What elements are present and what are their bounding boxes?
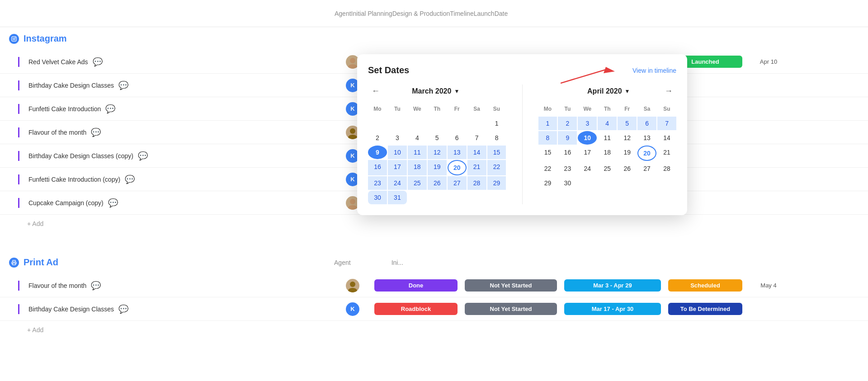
- cal-day[interactable]: 27: [637, 162, 656, 175]
- chat-icon[interactable]: 💬: [91, 127, 101, 137]
- chat-icon[interactable]: 💬: [108, 198, 118, 208]
- march-grid: Mo Tu We Th Fr Sa Su 1 2: [368, 104, 506, 204]
- cal-day[interactable]: 19: [428, 160, 447, 175]
- status-pill: Scheduled: [668, 279, 742, 292]
- cal-day[interactable]: 14: [467, 146, 486, 159]
- item-name: Birthday Cake Design Classes: [28, 82, 114, 89]
- march-month-name: March 2020 ▼: [412, 87, 459, 95]
- item-name: Birthday Cake Design Classes: [28, 306, 114, 313]
- cal-day[interactable]: 11: [408, 146, 427, 159]
- date-col-header: Date: [495, 10, 508, 17]
- cal-day[interactable]: 26: [618, 162, 637, 175]
- initial-planning-col-header: Initial Planning: [351, 10, 392, 17]
- cal-day-today[interactable]: 20: [448, 160, 467, 175]
- cal-day[interactable]: 12: [428, 146, 447, 159]
- cal-day[interactable]: 24: [578, 162, 597, 175]
- svg-point-4: [348, 64, 357, 69]
- cal-day[interactable]: 24: [388, 176, 407, 190]
- cal-day[interactable]: 28: [467, 176, 486, 190]
- cal-day[interactable]: 9: [558, 131, 577, 145]
- march-header: ← March 2020 ▼: [368, 85, 506, 98]
- cal-day[interactable]: 6: [448, 131, 467, 145]
- cal-day[interactable]: 13: [637, 131, 656, 145]
- cal-day[interactable]: 8: [538, 131, 557, 145]
- cal-day[interactable]: 3: [578, 117, 597, 130]
- cal-day[interactable]: 17: [388, 160, 407, 175]
- cal-day[interactable]: 29: [487, 176, 506, 190]
- cal-day[interactable]: 15: [538, 146, 557, 161]
- chat-icon[interactable]: 💬: [91, 281, 101, 291]
- print-ad-icon: [9, 258, 19, 268]
- cal-day[interactable]: 18: [598, 146, 617, 161]
- cal-day[interactable]: 11: [598, 131, 617, 145]
- cal-day[interactable]: 1: [538, 117, 557, 130]
- svg-point-5: [350, 128, 355, 134]
- next-month-button[interactable]: →: [661, 85, 676, 98]
- cal-day-today[interactable]: 20: [637, 146, 656, 161]
- cal-day[interactable]: 7: [467, 131, 486, 145]
- cal-day[interactable]: 5: [618, 117, 637, 130]
- chat-icon[interactable]: 💬: [125, 174, 135, 184]
- svg-point-7: [350, 199, 355, 204]
- cal-day[interactable]: 29: [538, 176, 557, 190]
- cal-day[interactable]: 6: [637, 117, 656, 130]
- cal-day[interactable]: 8: [487, 131, 506, 145]
- cal-day[interactable]: 10: [388, 146, 407, 159]
- cal-day[interactable]: 2: [558, 117, 577, 130]
- cal-day[interactable]: 18: [408, 160, 427, 175]
- cal-day[interactable]: 26: [428, 176, 447, 190]
- cal-day[interactable]: 4: [408, 131, 427, 145]
- april-header: April 2020 ▼ →: [538, 85, 677, 98]
- row-name: Funfetti Cake Introduction 💬: [18, 104, 335, 114]
- cal-day[interactable]: 16: [558, 146, 577, 161]
- view-in-timeline-link[interactable]: View in timeline: [632, 67, 676, 74]
- cal-day[interactable]: 13: [448, 146, 467, 159]
- cal-day[interactable]: 31: [388, 191, 407, 204]
- cal-day[interactable]: 4: [598, 117, 617, 130]
- cal-day[interactable]: 28: [657, 162, 676, 175]
- svg-point-3: [350, 58, 355, 63]
- cal-day[interactable]: 17: [578, 146, 597, 161]
- cal-day-selected[interactable]: 9: [368, 146, 387, 159]
- cal-day[interactable]: 1: [487, 117, 506, 130]
- cal-day[interactable]: 2: [368, 131, 387, 145]
- cal-day[interactable]: 21: [657, 146, 676, 161]
- cal-day[interactable]: 21: [467, 160, 486, 175]
- cal-day[interactable]: 3: [388, 131, 407, 145]
- cal-day-range-end[interactable]: 10: [578, 131, 597, 145]
- calendar-popup: Set Dates View in timeline ← March 2020 …: [357, 54, 687, 215]
- prev-month-button[interactable]: ←: [368, 85, 383, 98]
- dropdown-icon: ▼: [625, 88, 630, 94]
- cal-day[interactable]: 7: [657, 117, 676, 130]
- instagram-group-header: Instagram: [0, 27, 868, 50]
- cal-day[interactable]: 16: [368, 160, 387, 175]
- cal-day[interactable]: 14: [657, 131, 676, 145]
- launch-cell: Scheduled: [665, 279, 746, 292]
- chat-icon[interactable]: 💬: [138, 151, 148, 161]
- cal-day[interactable]: 23: [368, 176, 387, 190]
- cal-day[interactable]: 19: [618, 146, 637, 161]
- design-cell: Not Yet Started: [461, 303, 561, 315]
- instagram-add-row[interactable]: + Add: [0, 215, 868, 233]
- cal-day[interactable]: 15: [487, 146, 506, 159]
- date-cell: Apr 10: [746, 58, 791, 65]
- cal-day[interactable]: 12: [618, 131, 637, 145]
- chat-icon[interactable]: 💬: [105, 104, 115, 114]
- chat-icon[interactable]: 💬: [93, 57, 103, 67]
- row-name: Birthday Cake Design Classes 💬: [18, 304, 335, 314]
- cal-day[interactable]: 5: [428, 131, 447, 145]
- item-name: Flavour of the month: [28, 129, 86, 136]
- print-ad-group-header: Print Ad Agent Ini...: [0, 251, 868, 274]
- chat-icon[interactable]: 💬: [118, 80, 128, 90]
- cal-day[interactable]: 30: [368, 191, 387, 204]
- cal-day[interactable]: 22: [487, 160, 506, 175]
- cal-day[interactable]: 27: [448, 176, 467, 190]
- cal-day[interactable]: 23: [558, 162, 577, 175]
- cal-day[interactable]: 22: [538, 162, 557, 175]
- print-ad-add-row[interactable]: + Add: [0, 321, 868, 339]
- cal-day[interactable]: 30: [558, 176, 577, 190]
- cal-day[interactable]: 25: [408, 176, 427, 190]
- cal-day[interactable]: 25: [598, 162, 617, 175]
- status-pill: Not Yet Started: [465, 279, 557, 292]
- chat-icon[interactable]: 💬: [118, 304, 128, 314]
